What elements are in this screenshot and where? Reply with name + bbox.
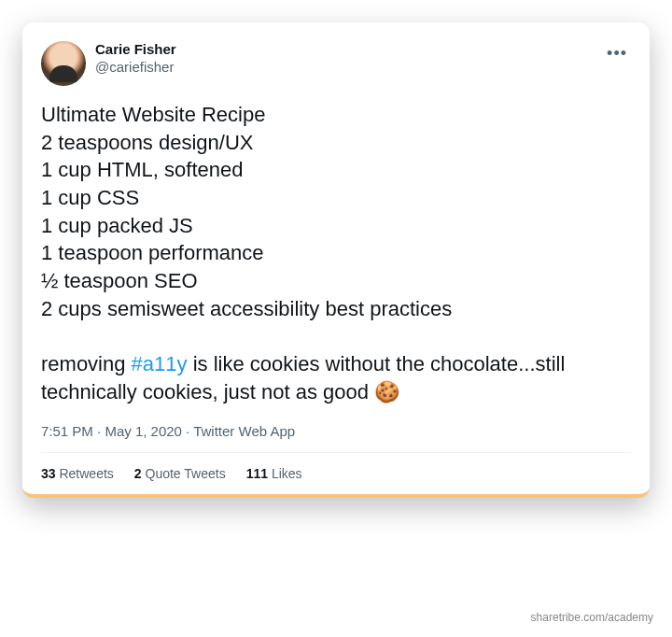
stats-row: 33 Retweets 2 Quote Tweets 111 Likes [41,466,631,481]
time[interactable]: 7:51 PM [41,423,93,439]
line: 1 teaspoon performance [41,241,264,264]
line: 2 cups semisweet accessibility best prac… [41,297,452,320]
closing-before: removing [41,352,132,375]
label: Retweets [56,466,114,481]
date[interactable]: May 1, 2020 [105,423,182,439]
likes-stat[interactable]: 111 Likes [246,466,302,481]
author-block[interactable]: Carie Fisher @cariefisher [95,41,176,77]
cookie-emoji: 🍪 [374,380,399,403]
count: 2 [134,466,142,481]
line: 1 cup HTML, softened [41,158,243,181]
avatar[interactable] [41,41,86,86]
retweets-stat[interactable]: 33 Retweets [41,466,114,481]
more-icon[interactable]: ••• [603,41,631,65]
sep: · [182,423,193,439]
line: ½ teaspoon SEO [41,269,198,292]
label: Likes [268,466,302,481]
count: 33 [41,466,56,481]
tweet-body: Ultimate Website Recipe 2 teaspoons desi… [41,101,631,406]
handle: @cariefisher [95,59,176,77]
line: Ultimate Website Recipe [41,103,265,126]
tweet-card: Carie Fisher @cariefisher ••• Ultimate W… [22,22,650,498]
line: 1 cup packed JS [41,214,193,237]
sep: · [93,423,105,439]
display-name: Carie Fisher [95,41,176,59]
source[interactable]: Twitter Web App [193,423,295,439]
line: 2 teaspoons design/UX [41,131,254,154]
quote-tweets-stat[interactable]: 2 Quote Tweets [134,466,226,481]
hashtag-link[interactable]: #a11y [132,352,188,375]
label: Quote Tweets [142,466,226,481]
count: 111 [246,466,268,481]
line: 1 cup CSS [41,186,139,209]
attribution-link[interactable]: sharetribe.com/academy [531,611,653,624]
meta-line: 7:51 PM · May 1, 2020 · Twitter Web App [41,423,631,439]
divider [41,452,631,453]
tweet-header: Carie Fisher @cariefisher ••• [41,41,631,86]
